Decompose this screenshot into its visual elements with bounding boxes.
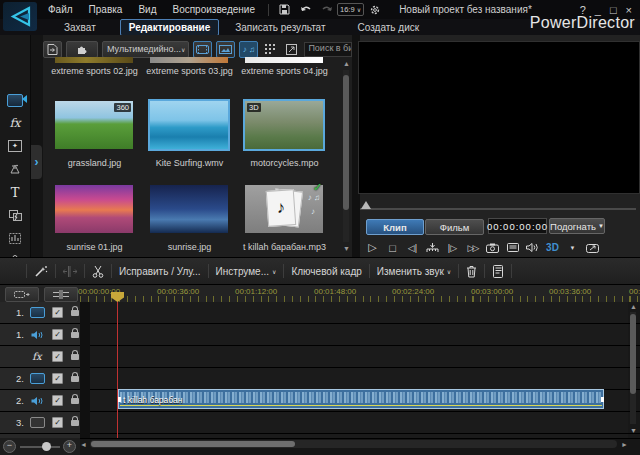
timeline-audio-clip[interactable]: t killah барабан (118, 389, 604, 409)
track-lock-icon[interactable] (71, 376, 79, 382)
detach-library-icon[interactable] (283, 42, 300, 57)
menu-file[interactable]: Файл (40, 0, 81, 19)
snapshot-camera-icon[interactable] (484, 240, 501, 255)
volume-icon[interactable] (524, 240, 541, 255)
track-enable-checkbox[interactable]: ✓ (52, 307, 63, 318)
track-enable-checkbox[interactable]: ✓ (52, 351, 63, 362)
clip-trim-handle-right[interactable] (601, 397, 604, 402)
filter-video-icon[interactable] (193, 41, 212, 58)
scrollbar-thumb[interactable] (630, 314, 636, 394)
track-enable-checkbox[interactable]: ✓ (52, 373, 63, 384)
clip-trim-handle-left[interactable] (118, 397, 121, 402)
media-item-thumbnail[interactable] (55, 185, 133, 233)
particle-room-icon[interactable] (4, 160, 26, 178)
timeline-hscrollbar[interactable]: ◄ ► (80, 437, 628, 450)
menu-edit[interactable]: Правка (81, 0, 131, 19)
scroll-down-icon[interactable]: ▼ (630, 427, 637, 434)
seek-position-icon[interactable] (424, 240, 441, 255)
aspect-ratio-selector[interactable]: 16:9 ∨ (337, 3, 364, 16)
range-select-icon[interactable] (5, 287, 39, 302)
tab-produce[interactable]: Записать результат (227, 20, 333, 35)
plugins-icon[interactable] (66, 41, 98, 58)
track-header-video-3[interactable]: 3. ✓ (0, 412, 81, 433)
split-move-icon[interactable] (63, 266, 77, 277)
tab-edit[interactable]: Редактирование (120, 19, 219, 36)
media-item-thumbnail[interactable] (55, 57, 133, 63)
seek-slider-handle[interactable] (361, 201, 371, 209)
menu-playback[interactable]: Воспроизведение (164, 0, 263, 19)
track-lock-icon[interactable] (71, 310, 79, 316)
magic-wand-icon[interactable] (34, 265, 48, 278)
track-enable-checkbox[interactable]: ✓ (52, 329, 63, 340)
next-frame-button[interactable]: |▷ (444, 240, 461, 255)
fast-forward-button[interactable]: ▷▷ (464, 240, 481, 255)
edit-audio-button[interactable]: Изменить звук∨ (377, 266, 451, 277)
timeline-vscrollbar[interactable]: ▲ ▼ (628, 303, 638, 438)
grid-view-icon[interactable] (262, 42, 279, 57)
track-lane[interactable] (90, 302, 628, 323)
zoom-slider-knob[interactable] (42, 442, 51, 451)
track-lock-icon[interactable] (71, 354, 79, 360)
scroll-left-icon[interactable]: ◄ (80, 441, 87, 448)
preview-mode-movie[interactable]: Фильм (425, 219, 484, 235)
media-item-thumbnail[interactable] (150, 101, 228, 149)
script-notes-icon[interactable] (492, 265, 504, 278)
fit-dropdown[interactable]: Подогнать▼ (549, 218, 605, 234)
track-lock-icon[interactable] (71, 332, 79, 338)
track-lock-icon[interactable] (71, 420, 79, 426)
preview-video-area[interactable] (358, 41, 640, 194)
track-header-video-2[interactable]: 2. ✓ (0, 368, 81, 389)
seek-slider-track[interactable] (360, 208, 636, 210)
title-room-icon[interactable]: T (4, 183, 26, 201)
rail-expander[interactable]: › (31, 145, 42, 179)
clip-volume-line[interactable] (120, 405, 602, 406)
delete-trash-icon[interactable] (466, 265, 477, 278)
media-item-thumbnail[interactable]: ♪ ♪ ♫ ♪ (245, 185, 323, 233)
scroll-up-icon[interactable]: ▲ (630, 303, 637, 310)
media-item-thumbnail[interactable] (245, 57, 323, 63)
tab-create-disc[interactable]: Создать диск (350, 20, 428, 35)
preview-quality-icon[interactable] (504, 240, 521, 255)
timecode-display[interactable]: 00:00:00:00 (488, 218, 547, 234)
tools-button[interactable]: Инструме...∨ (216, 266, 277, 277)
import-media-icon[interactable] (43, 41, 62, 58)
filter-music-icon[interactable]: ♪ ♫ (239, 41, 258, 58)
undo-icon[interactable] (298, 2, 313, 17)
fix-enhance-button[interactable]: Исправить / Улу... (119, 266, 201, 277)
track-lane[interactable] (90, 324, 628, 345)
scrollbar-track[interactable] (90, 440, 617, 448)
media-item-thumbnail[interactable] (150, 185, 228, 233)
scroll-right-icon[interactable]: ► (621, 441, 628, 448)
scrollbar-thumb[interactable] (91, 441, 295, 447)
split-scissors-icon[interactable] (92, 265, 104, 278)
stop-button[interactable]: □ (384, 240, 401, 255)
detach-preview-icon[interactable] (584, 240, 601, 255)
pip-objects-room-icon[interactable]: ✦ (4, 137, 26, 155)
save-icon[interactable] (277, 2, 292, 17)
media-item-thumbnail[interactable]: 360 (55, 101, 133, 149)
filter-photo-icon[interactable] (216, 41, 235, 58)
library-content-dropdown[interactable]: Мультимедийно...∨ (102, 41, 189, 58)
header-lane-divider[interactable] (80, 302, 90, 438)
redo-icon[interactable] (319, 2, 334, 17)
track-header-audio-2[interactable]: 2. ✓ (0, 390, 81, 411)
track-manager-icon[interactable] (44, 287, 78, 302)
scrollbar-thumb[interactable] (343, 75, 349, 210)
3d-mode-button[interactable]: 3D (544, 240, 561, 255)
track-header-fx[interactable]: fx ✓ (0, 346, 81, 367)
effects-room-icon[interactable]: fx (4, 114, 26, 132)
library-search-input[interactable]: Поиск в би (304, 42, 352, 57)
audio-mixing-room-icon[interactable] (4, 229, 26, 247)
track-lane[interactable] (90, 346, 628, 367)
transition-room-icon[interactable] (4, 206, 26, 224)
zoom-in-button[interactable]: + (63, 440, 76, 453)
keyframe-button[interactable]: Ключевой кадр (291, 266, 361, 277)
3d-dropdown-arrow-icon[interactable]: ▼ (564, 240, 581, 255)
media-item-thumbnail[interactable]: 3D (245, 101, 323, 149)
track-lane[interactable] (90, 368, 628, 389)
track-lane[interactable] (90, 412, 628, 433)
media-item-thumbnail[interactable] (150, 57, 228, 63)
zoom-out-button[interactable]: − (3, 440, 16, 453)
previous-frame-button[interactable]: ◁| (404, 240, 421, 255)
track-header-audio-1[interactable]: 1. ✓ (0, 324, 81, 345)
